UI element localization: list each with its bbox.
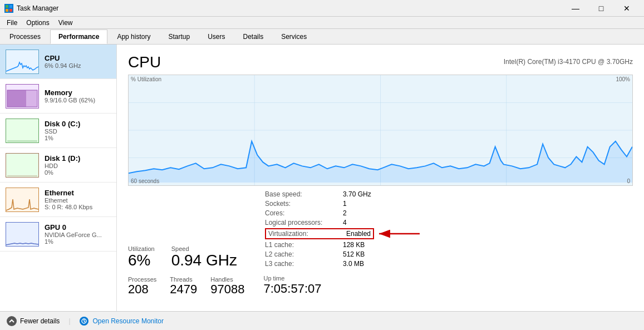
cpu-sidebar-info: CPU 6% 0.94 GHz — [45, 54, 111, 69]
cpu-sub: 6% 0.94 GHz — [45, 62, 111, 69]
disk0-sub: SSD — [45, 128, 111, 135]
memory-sub: 9.9/16.0 GB (62%) — [45, 97, 111, 104]
disk1-sub: HDD — [45, 162, 111, 169]
maximize-button[interactable]: □ — [588, 0, 614, 17]
minimize-button[interactable]: — — [563, 0, 588, 17]
processes-value: 208 — [128, 283, 156, 296]
graph-zero-label: 0 — [627, 178, 630, 184]
sockets-key: Sockets: — [265, 200, 343, 208]
base-speed-val: 3.70 GHz — [343, 190, 371, 198]
l2-cache-val: 512 KB — [343, 250, 365, 258]
threads-block: Threads 2479 — [170, 276, 197, 296]
processes-label: Processes — [128, 276, 156, 283]
l3-cache-key: L3 cache: — [265, 260, 343, 268]
fewer-details-icon — [7, 316, 17, 326]
graph-max-label: 100% — [616, 76, 630, 82]
tab-services[interactable]: Services — [273, 29, 315, 44]
threads-value: 2479 — [170, 283, 197, 296]
fewer-details-label: Fewer details — [20, 317, 60, 325]
ethernet-speed: S: 0 R: 48.0 Kbps — [45, 204, 111, 210]
disk1-thumbnail — [6, 153, 39, 178]
svg-rect-7 — [7, 175, 37, 176]
sidebar-item-memory[interactable]: Memory 9.9/16.0 GB (62%) — [0, 79, 116, 114]
sidebar: CPU 6% 0.94 GHz Memory 9.9/16.0 GB (62%) — [0, 45, 117, 311]
sidebar-item-disk0[interactable]: Disk 0 (C:) SSD 1% — [0, 114, 116, 148]
cpu-header: CPU Intel(R) Core(TM) i3-4170 CPU @ 3.70… — [128, 53, 633, 71]
sidebar-item-gpu[interactable]: GPU 0 NVIDIA GeForce G... 1% — [0, 217, 116, 252]
menu-options[interactable]: Options — [22, 17, 53, 29]
gpu-name: GPU 0 — [45, 223, 111, 232]
menu-file[interactable]: File — [2, 17, 22, 29]
gpu-sidebar-info: GPU 0 NVIDIA GeForce G... 1% — [45, 223, 111, 245]
cores-val: 2 — [343, 209, 347, 217]
title-bar: Task Manager — □ ✕ — [0, 0, 644, 17]
logical-processors-val: 4 — [343, 219, 347, 226]
virtualization-key: Virtualization: — [268, 230, 346, 238]
right-details: Base speed: 3.70 GHz Sockets: 1 Cores: 2… — [265, 190, 374, 269]
ethernet-sidebar-info: Ethernet Ethernet S: 0 R: 48.0 Kbps — [45, 189, 111, 210]
ethernet-thumbnail — [6, 188, 39, 212]
menu-view[interactable]: View — [54, 17, 77, 29]
processes-block: Processes 208 — [128, 276, 156, 296]
virtualization-val: Enabled — [346, 230, 371, 238]
handles-block: Handles 97088 — [210, 276, 244, 296]
cpu-name: CPU — [45, 54, 111, 62]
disk0-sidebar-info: Disk 0 (C:) SSD 1% — [45, 120, 111, 141]
sidebar-item-disk1[interactable]: Disk 1 (D:) HDD 0% — [0, 148, 116, 183]
gpu-sub: NVIDIA GeForce G... — [45, 232, 111, 238]
open-resource-monitor-button[interactable]: Open Resource Monitor — [80, 317, 164, 326]
svg-rect-1 — [9, 5, 12, 8]
disk0-pct: 1% — [45, 135, 111, 141]
bottom-stats: Processes 208 Threads 2479 Handles 97088… — [128, 275, 633, 296]
cpu-thumbnail — [6, 50, 39, 74]
title-controls: — □ ✕ — [563, 0, 640, 17]
cpu-title: CPU — [128, 53, 161, 71]
disk1-pct: 0% — [45, 169, 111, 176]
virtualization-row: Virtualization: Enabled — [265, 228, 374, 239]
svg-line-19 — [84, 321, 85, 322]
open-resource-monitor-label[interactable]: Open Resource Monitor — [93, 317, 164, 325]
cpu-graph: % Utilization 100% 0 60 seconds — [128, 75, 633, 186]
menu-bar: File Options View — [0, 17, 644, 29]
tab-processes[interactable]: Processes — [1, 29, 49, 44]
resource-monitor-icon — [80, 317, 89, 326]
l1-cache-val: 128 KB — [343, 241, 365, 249]
gpu-pct: 1% — [45, 238, 111, 245]
right-panel: CPU Intel(R) Core(TM) i3-4170 CPU @ 3.70… — [117, 45, 644, 311]
disk1-name: Disk 1 (D:) — [45, 154, 111, 162]
fewer-details-button[interactable]: Fewer details — [7, 316, 60, 326]
sidebar-item-cpu[interactable]: CPU 6% 0.94 GHz — [0, 45, 116, 79]
tab-startup[interactable]: Startup — [160, 29, 198, 44]
threads-label: Threads — [170, 276, 197, 283]
sidebar-item-ethernet[interactable]: Ethernet Ethernet S: 0 R: 48.0 Kbps — [0, 183, 116, 217]
title-bar-left: Task Manager — [4, 4, 58, 13]
ethernet-name: Ethernet — [45, 189, 111, 197]
sockets-val: 1 — [343, 200, 347, 208]
speed-block: Speed 0.94 GHz — [171, 245, 237, 269]
tab-app-history[interactable]: App history — [109, 29, 159, 44]
l3-cache-row: L3 cache: 3.0 MB — [265, 260, 374, 268]
memory-thumbnail — [6, 84, 39, 109]
logical-processors-row: Logical processors: 4 — [265, 219, 374, 226]
l3-cache-val: 3.0 MB — [343, 260, 364, 268]
tab-performance[interactable]: Performance — [50, 29, 107, 44]
base-speed-key: Base speed: — [265, 190, 343, 198]
utilization-value: 6% — [128, 252, 155, 269]
logical-processors-key: Logical processors: — [265, 219, 343, 226]
speed-value: 0.94 GHz — [171, 252, 237, 269]
svg-rect-6 — [7, 140, 37, 142]
disk0-name: Disk 0 (C:) — [45, 120, 111, 128]
graph-time-label: 60 seconds — [131, 178, 159, 184]
close-button[interactable]: ✕ — [614, 0, 640, 17]
gpu-thumbnail — [6, 222, 39, 247]
base-speed-row: Base speed: 3.70 GHz — [265, 190, 374, 198]
bottom-bar: Fewer details | Open Resource Monitor — [0, 311, 644, 330]
cpu-model: Intel(R) Core(TM) i3-4170 CPU @ 3.70GHz — [504, 58, 633, 66]
memory-sidebar-info: Memory 9.9/16.0 GB (62%) — [45, 88, 111, 104]
tab-users[interactable]: Users — [199, 29, 233, 44]
tab-details[interactable]: Details — [234, 29, 272, 44]
l2-cache-key: L2 cache: — [265, 250, 343, 258]
memory-name: Memory — [45, 88, 111, 97]
window-title: Task Manager — [17, 4, 58, 12]
svg-rect-0 — [6, 5, 8, 8]
